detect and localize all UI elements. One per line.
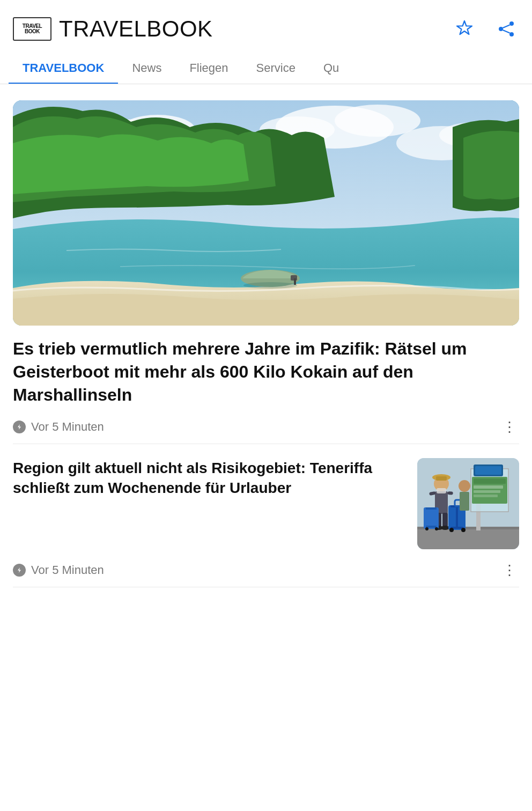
svg-point-47 — [449, 528, 454, 532]
svg-rect-27 — [475, 466, 501, 475]
app-title: TRAVELBOOK — [59, 16, 213, 42]
main-content: Es trieb vermutlich mehrere Jahre im Paz… — [0, 100, 532, 587]
svg-point-18 — [243, 282, 297, 289]
svg-point-53 — [425, 527, 428, 530]
svg-point-56 — [459, 480, 470, 492]
tab-travelbook[interactable]: TRAVELBOOK — [9, 54, 118, 84]
main-article-title[interactable]: Es trieb vermutlich mehrere Jahre im Paz… — [13, 337, 519, 407]
svg-rect-32 — [474, 495, 498, 497]
main-article-image[interactable] — [13, 100, 519, 326]
secondary-article-text: Region gilt aktuell nicht als Risikogebi… — [13, 458, 407, 499]
secondary-article: Region gilt aktuell nicht als Risikogebi… — [13, 444, 519, 587]
svg-rect-29 — [474, 478, 506, 484]
svg-rect-57 — [460, 492, 469, 511]
svg-rect-40 — [442, 513, 448, 528]
header-actions — [450, 15, 519, 43]
lightning-icon — [13, 421, 26, 433]
secondary-article-meta: Vor 5 Minuten ⋮ — [13, 560, 519, 587]
svg-rect-55 — [437, 488, 446, 493]
secondary-meta-info: Vor 5 Minuten — [13, 563, 104, 577]
svg-line-3 — [503, 25, 510, 28]
bookmark-button[interactable] — [450, 15, 478, 43]
svg-line-4 — [503, 30, 510, 33]
tab-service[interactable]: Service — [242, 54, 309, 84]
svg-point-0 — [509, 21, 514, 26]
secondary-article-time: Vor 5 Minuten — [31, 563, 104, 577]
secondary-article-image[interactable] — [417, 458, 519, 549]
svg-rect-22 — [417, 528, 519, 549]
svg-point-1 — [499, 27, 503, 31]
svg-point-48 — [461, 528, 466, 532]
main-article-time: Vor 5 Minuten — [31, 420, 104, 434]
meta-info: Vor 5 Minuten — [13, 420, 104, 434]
logo-icon-text: TRAVELBOOK — [23, 24, 42, 34]
star-icon — [454, 18, 475, 40]
secondary-article-title[interactable]: Region gilt aktuell nicht als Risikogebi… — [13, 458, 407, 499]
svg-rect-31 — [474, 490, 500, 493]
tab-qu[interactable]: Qu — [309, 54, 353, 84]
svg-point-2 — [509, 32, 514, 36]
svg-rect-30 — [474, 485, 503, 489]
tab-fliegen[interactable]: Fliegen — [175, 54, 242, 84]
header-logo-area: TRAVELBOOK TRAVELBOOK — [13, 16, 450, 42]
svg-rect-35 — [436, 476, 447, 481]
article-divider-2 — [13, 587, 519, 587]
app-header: TRAVELBOOK TRAVELBOOK — [0, 0, 532, 54]
tab-navigation: TRAVELBOOK News Fliegen Service Qu — [0, 54, 532, 84]
secondary-lightning-icon — [13, 564, 26, 577]
logo-icon: TRAVELBOOK — [13, 17, 51, 41]
main-article-more-button[interactable]: ⋮ — [500, 420, 519, 434]
share-icon — [497, 19, 516, 39]
main-article-meta: Vor 5 Minuten ⋮ — [13, 417, 519, 444]
secondary-article-more-button[interactable]: ⋮ — [500, 563, 519, 577]
svg-rect-46 — [456, 507, 458, 527]
svg-point-54 — [435, 527, 438, 530]
secondary-article-content: Region gilt aktuell nicht als Risikogebi… — [13, 444, 519, 560]
svg-point-42 — [441, 526, 449, 530]
svg-rect-51 — [426, 507, 437, 510]
main-article: Es trieb vermutlich mehrere Jahre im Paz… — [13, 100, 519, 444]
share-button[interactable] — [493, 16, 519, 42]
svg-rect-17 — [294, 278, 296, 285]
tab-news[interactable]: News — [118, 54, 175, 84]
